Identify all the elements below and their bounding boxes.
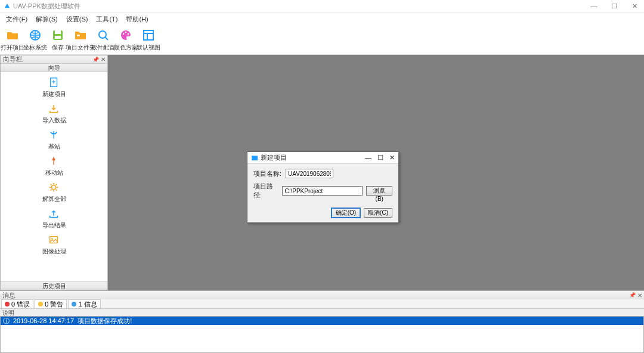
- wiz-export-result[interactable]: 导出结果: [42, 207, 66, 231]
- message-text: 项目数据保存成功!: [78, 317, 132, 326]
- svg-rect-9: [144, 30, 153, 40]
- sidebar-tab-history[interactable]: 历史项目: [1, 281, 107, 290]
- project-folder-button[interactable]: 项目文件夹: [70, 27, 91, 53]
- palette-icon: [119, 28, 133, 42]
- messages-tabs: 0 错误0 警告1 信息: [0, 299, 644, 309]
- dialog-maximize-icon[interactable]: ☐: [377, 154, 383, 162]
- svg-point-8: [128, 33, 129, 35]
- msg-tab-label: 1 信息: [78, 301, 97, 308]
- menu-solve[interactable]: 解算(S): [32, 14, 61, 25]
- plus-doc-icon: [48, 77, 60, 89]
- folder-icon: [5, 28, 20, 42]
- messages-subheader: 说明: [0, 309, 644, 316]
- export-icon: [48, 208, 60, 220]
- ok-button[interactable]: 确定(O): [332, 208, 360, 218]
- toolbar-label: 打开项目: [1, 44, 24, 52]
- color-scheme-button[interactable]: 颜色方案: [116, 27, 136, 53]
- wiz-image-process[interactable]: 图像处理: [42, 233, 66, 257]
- messages-close-icon[interactable]: ✕: [637, 292, 642, 299]
- tab-info[interactable]: 1 信息: [68, 299, 100, 309]
- project-path-input[interactable]: [282, 186, 363, 196]
- pin-icon[interactable]: 📌: [92, 57, 99, 63]
- wiz-import-data[interactable]: 导入数据: [42, 102, 66, 126]
- menu-help[interactable]: 帮助(H): [122, 14, 151, 25]
- toolbar-label: 保存: [52, 44, 64, 52]
- wiz-new-project[interactable]: 新建项目: [42, 76, 66, 100]
- dialog-title: 新建项目: [261, 153, 365, 162]
- svg-point-7: [125, 31, 127, 33]
- maximize-icon[interactable]: ☐: [608, 2, 620, 10]
- wizard-label: 新建项目: [42, 90, 66, 98]
- menu-tools[interactable]: 工具(T): [92, 14, 121, 25]
- search-gear-icon: [96, 28, 110, 42]
- msg-tab-label: 0 错误: [11, 301, 30, 308]
- tab-errors[interactable]: 0 错误: [1, 299, 33, 309]
- toolbar-label: 软件配置: [91, 44, 115, 52]
- sidebar-header: 向导栏 📌 ✕: [1, 55, 107, 64]
- close-panel-icon[interactable]: ✕: [101, 56, 106, 63]
- dialog-icon: [251, 154, 258, 162]
- svg-rect-12: [49, 237, 57, 243]
- sidebar-panel-title: 向导栏: [3, 55, 23, 64]
- project-path-label: 项目路径:: [253, 182, 278, 200]
- wizard-label: 基站: [48, 143, 60, 151]
- svg-point-6: [123, 33, 125, 35]
- antenna-icon: [48, 129, 60, 141]
- image-icon: [48, 234, 60, 246]
- toolbar-label: 默认视图: [137, 44, 160, 52]
- browse-button[interactable]: 浏览(B): [366, 186, 392, 196]
- wizard-label: 导入数据: [42, 116, 66, 125]
- import-icon: [48, 103, 60, 115]
- app-icon: [4, 3, 11, 10]
- software-config-button[interactable]: 软件配置: [93, 27, 113, 53]
- wizard-label: 移动站: [45, 169, 63, 177]
- wizard-label: 导出结果: [42, 221, 66, 230]
- coord-system-button[interactable]: 坐标系统: [25, 27, 45, 53]
- messages-header: 消息 📌 ✕: [0, 291, 644, 299]
- messages-body: ⓘ 2019-06-28 14:47:17 项目数据保存成功!: [0, 316, 644, 353]
- wizard-body: 新建项目导入数据基站移动站解算全部导出结果图像处理: [1, 72, 107, 281]
- dialog-minimize-icon[interactable]: —: [365, 154, 371, 162]
- canvas: 新建项目 — ☐ ✕ 项目名称: 项目路径: 浏览(B): [108, 55, 644, 290]
- layout-icon: [141, 28, 156, 42]
- open-project-button[interactable]: 打开项目: [2, 27, 23, 53]
- message-time: 2019-06-28 14:47:17: [13, 317, 74, 324]
- message-row[interactable]: ⓘ 2019-06-28 14:47:17 项目数据保存成功!: [1, 317, 643, 325]
- menu-settings[interactable]: 设置(S): [63, 14, 92, 25]
- close-icon[interactable]: ✕: [628, 2, 640, 10]
- wiz-solve-all[interactable]: 解算全部: [42, 181, 66, 205]
- new-project-dialog: 新建项目 — ☐ ✕ 项目名称: 项目路径: 浏览(B): [247, 151, 399, 223]
- project-name-input[interactable]: [286, 169, 333, 178]
- cancel-button[interactable]: 取消(C): [364, 208, 392, 218]
- messages-panel-title: 消息: [2, 291, 16, 300]
- dialog-titlebar[interactable]: 新建项目 — ☐ ✕: [247, 152, 398, 164]
- tab-warnings[interactable]: 0 警告: [35, 299, 67, 309]
- wiz-base-station[interactable]: 基站: [48, 128, 60, 152]
- toolbar: 打开项目坐标系统保存项目文件夹软件配置颜色方案默认视图: [0, 25, 644, 55]
- wiz-rover-station[interactable]: 移动站: [45, 154, 63, 178]
- wizard-label: 图像处理: [42, 247, 66, 256]
- menubar: 文件(F) 解算(S) 设置(S) 工具(T) 帮助(H): [0, 13, 644, 25]
- dialog-close-icon[interactable]: ✕: [389, 154, 395, 162]
- minimize-icon[interactable]: —: [588, 2, 600, 10]
- status-dot-icon: [5, 302, 10, 306]
- folder-tree-icon: [73, 28, 88, 42]
- globe-icon: [28, 28, 42, 42]
- menu-file[interactable]: 文件(F): [2, 14, 31, 25]
- window-titlebar: UAV-PPK数据处理软件 — ☐ ✕: [0, 0, 644, 13]
- window-title: UAV-PPK数据处理软件: [13, 2, 588, 11]
- sidebar: 向导栏 📌 ✕ 向导 新建项目导入数据基站移动站解算全部导出结果图像处理 历史项…: [0, 55, 108, 290]
- project-name-label: 项目名称:: [253, 169, 282, 178]
- default-view-button[interactable]: 默认视图: [138, 27, 159, 53]
- messages-pin-icon[interactable]: 📌: [629, 292, 636, 298]
- svg-point-13: [51, 238, 52, 239]
- messages-panel: 消息 📌 ✕ 0 错误0 警告1 信息 说明 ⓘ 2019-06-28 14:4…: [0, 290, 644, 353]
- gear-icon: [48, 182, 60, 194]
- toolbar-label: 坐标系统: [23, 44, 47, 52]
- toolbar-label: 颜色方案: [114, 44, 138, 52]
- sidebar-tab-wizard[interactable]: 向导: [1, 64, 107, 72]
- save-button[interactable]: 保存: [48, 27, 68, 53]
- status-dot-icon: [72, 302, 76, 306]
- msg-tab-label: 0 警告: [45, 301, 63, 308]
- svg-point-11: [51, 185, 55, 189]
